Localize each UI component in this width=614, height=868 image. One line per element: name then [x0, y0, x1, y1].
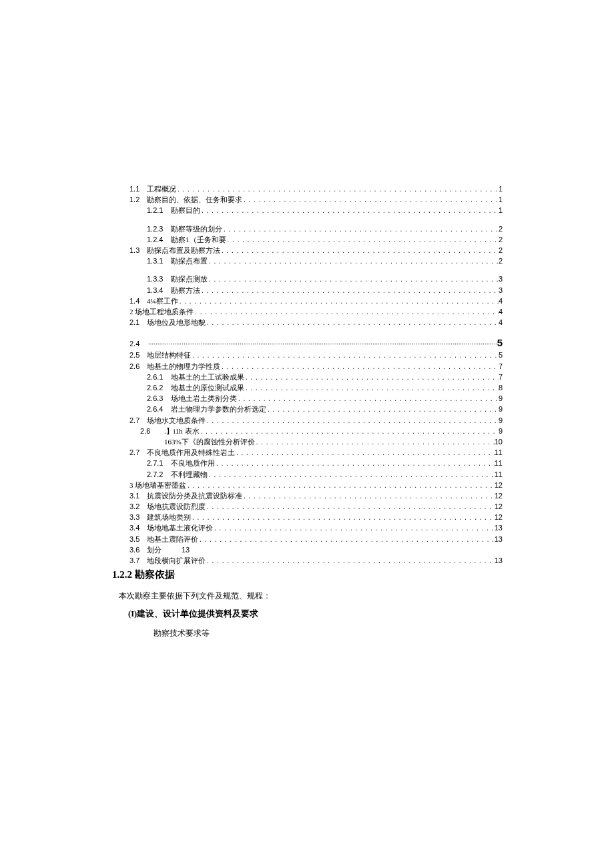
toc-entry: 3.3建筑场地类别12 [112, 514, 503, 521]
toc-title: 场地抗震设防烈度 [147, 503, 206, 510]
toc-number: 1.3.4 [112, 287, 171, 294]
toc-leader [220, 364, 499, 370]
toc-number: 3.5 [112, 536, 147, 543]
toc-leader [215, 460, 495, 467]
toc-page: 12 [495, 514, 503, 521]
toc-leader [198, 536, 495, 543]
toc-page: 2 [499, 236, 503, 244]
toc-entry: 2 场地工程地质条件4 [112, 308, 503, 316]
toc-entry: 1.3勘探点布置及勘察方法2 [112, 247, 503, 254]
toc-leader [178, 298, 499, 305]
toc-leader [191, 352, 499, 359]
toc-entry: 3.6划分13 [112, 546, 503, 554]
toc-leader [176, 186, 499, 193]
toc-number: 2.5 [112, 352, 147, 359]
toc-title: 勘察目的 [171, 207, 200, 214]
toc-leader [255, 439, 495, 446]
toc-title: 划分 [147, 546, 162, 554]
toc-number: 3.4 [112, 524, 147, 532]
toc-page: 3 [499, 276, 503, 283]
toc-entry: 2.4 5 [112, 337, 503, 348]
toc-number: 3.1 [112, 492, 147, 500]
toc-page: 4 [499, 308, 503, 316]
toc-title: 工程概况 [147, 185, 176, 193]
toc-entry: 2.1场地位及地形地貌4 [112, 319, 503, 326]
toc-entry: 1.2.3勘察等级的划分2 [112, 226, 503, 233]
toc-entry: 2.6.3场地土岩土类别分类9 [112, 395, 503, 402]
toc-leader [220, 248, 499, 254]
toc-number: 2.7 [112, 449, 147, 456]
toc-entry: 1.2勘察目的、依据、任务和要求1 [112, 196, 503, 203]
toc-entry: 163%下《的腐蚀性分析评价10 [112, 438, 503, 446]
toc-number: 1.2.4 [112, 236, 171, 244]
toc-page: 2 [499, 258, 503, 265]
toc-entry: 2.7.2不利埋藏物11 [112, 471, 503, 478]
toc-leader [222, 226, 499, 233]
toc-page: 2 [499, 247, 503, 254]
toc-leader [237, 396, 499, 402]
toc-leader [186, 482, 495, 489]
document-page: 1.1工程概况11.2勘察目的、依据、任务和要求11.2.1勘察目的11.2.3… [112, 185, 503, 639]
toc-entry: 2.5地层结构特征5 [112, 352, 503, 359]
toc-page: 13 [495, 524, 503, 532]
toc-number: 2.6 [112, 428, 164, 435]
toc-page: 1 [499, 185, 503, 193]
toc-title: 地基土的土工试验成果 [171, 374, 244, 381]
toc-leader [206, 504, 495, 510]
toc-leader [242, 197, 499, 203]
toc-page: 1 [499, 196, 503, 203]
toc-leader [206, 558, 495, 564]
toc-page: 7 [499, 363, 503, 370]
toc-leader [266, 406, 499, 413]
toc-number: 2.6.2 [112, 384, 171, 392]
toc-title: 地段横向扩展评价 [147, 557, 206, 564]
toc-entry: 2.7不良地质作用及特殊性岩土11 [112, 449, 503, 456]
toc-entry: 1.3.4勘察方法3 [112, 287, 503, 294]
toc-entry: 2.6.】i1h 表水9 [112, 428, 503, 435]
toc-leader [200, 207, 499, 214]
toc-number: 3.7 [112, 557, 147, 564]
toc-number: 2.6.4 [112, 406, 171, 413]
toc-number: 3.3 [112, 514, 147, 521]
toc-title: 勘察目的、依据、任务和要求 [147, 196, 242, 203]
toc-leader [226, 237, 499, 244]
toc-leader [191, 514, 495, 521]
toc-number: 1.2 [112, 196, 147, 203]
toc-leader [235, 450, 495, 456]
toc-page: 12 [495, 503, 503, 510]
toc-page: 11 [495, 449, 503, 456]
toc-title: 勘探点布置及勘察方法 [147, 247, 220, 254]
toc-page: 2 [499, 226, 503, 233]
toc-number: 2.7.1 [112, 460, 171, 467]
toc-number: 1.2.3 [112, 226, 171, 233]
toc-leader [200, 428, 499, 435]
toc-leader [213, 525, 495, 532]
toc-title: 勘探点测放 [171, 276, 208, 283]
toc-page: 8 [499, 384, 503, 392]
toc-page: 1 [499, 207, 503, 214]
toc-title: 不良地质作用及特殊性岩土 [147, 449, 235, 456]
toc-number: 2.7 [112, 417, 147, 424]
toc-number: 2.4 [112, 340, 147, 348]
toc-title: 3 场地瑞基密墨盆 [129, 482, 186, 489]
toc-title: 场地土岩土类别分类 [171, 395, 237, 402]
toc-entry: 1.2.1勘察目的1 [112, 207, 503, 214]
toc-title: 场地位及地形地貌 [147, 319, 206, 326]
toc-entry: 2.7.1不良地质作用11 [112, 460, 503, 467]
toc-title: 建筑场地类别 [147, 514, 191, 521]
toc-page: 11 [495, 460, 503, 467]
toc-entry: 3.1抗震设防分类及抗震设防标准12 [112, 492, 503, 500]
toc-number: 1.3.1 [112, 258, 171, 265]
toc-number: 3.6 [112, 546, 147, 554]
toc-number: 1.3 [112, 247, 147, 254]
toc-number: 1.3.3 [112, 276, 171, 283]
toc-page: 4 [499, 298, 503, 305]
toc-entry: 2.6.1地基土的土工试验成果7 [112, 374, 503, 381]
toc-page: 9 [499, 406, 503, 413]
toc-page: 13 [182, 546, 190, 554]
toc-leader [242, 493, 495, 500]
toc-page: 13 [495, 557, 503, 564]
toc-title: 163%下《的腐蚀性分析评价 [164, 438, 255, 446]
toc-page: 4 [499, 319, 503, 326]
toc-entry: 2.6地基土的物理力学性质7 [112, 363, 503, 370]
